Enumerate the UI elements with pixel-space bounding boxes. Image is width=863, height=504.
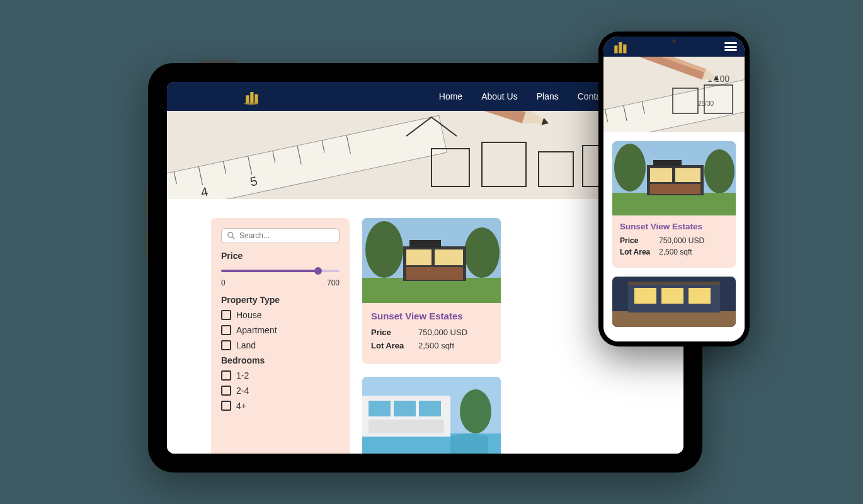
checkbox-icon bbox=[221, 370, 231, 381]
svg-point-24 bbox=[228, 232, 233, 238]
logo-icon bbox=[243, 88, 260, 105]
svg-rect-1 bbox=[250, 92, 253, 103]
type-land[interactable]: Land bbox=[221, 340, 340, 350]
listings-grid: Sunset View Estates Price 750,000 USD Lo… bbox=[362, 218, 639, 454]
listing-image bbox=[612, 277, 736, 327]
svg-rect-39 bbox=[394, 401, 416, 416]
listing-card[interactable]: Sunset View Estates Price 750,000 USD Lo… bbox=[612, 141, 736, 268]
listing-card[interactable] bbox=[612, 277, 736, 327]
svg-line-25 bbox=[232, 237, 235, 239]
checkbox-label: 1-2 bbox=[236, 370, 249, 381]
bedrooms-label: Bedrooms bbox=[221, 355, 340, 365]
svg-rect-27 bbox=[362, 278, 501, 303]
mobile-hero: 1 100 25/30 bbox=[603, 57, 745, 132]
svg-rect-31 bbox=[406, 249, 432, 265]
hamburger-menu-icon[interactable] bbox=[724, 42, 737, 51]
logo-icon bbox=[611, 38, 629, 55]
phone-camera bbox=[672, 39, 676, 43]
svg-rect-84 bbox=[675, 168, 700, 182]
listing-title: Sunset View Estates bbox=[620, 222, 728, 231]
svg-rect-85 bbox=[650, 184, 700, 194]
price-value: 750,000 USD bbox=[659, 236, 704, 245]
nav-about[interactable]: About Us bbox=[481, 91, 518, 101]
checkbox-label: House bbox=[236, 310, 261, 320]
svg-text:25/30: 25/30 bbox=[698, 100, 714, 107]
svg-rect-93 bbox=[628, 282, 720, 285]
svg-rect-63 bbox=[619, 42, 622, 54]
price-range-labels: 0 700 bbox=[221, 278, 340, 287]
svg-rect-34 bbox=[409, 240, 441, 248]
phone-device: 1 100 25/30 bbox=[598, 32, 750, 346]
svg-point-80 bbox=[614, 144, 646, 192]
checkbox-icon bbox=[221, 386, 231, 396]
price-key: Price bbox=[620, 236, 659, 245]
bedrooms-4plus[interactable]: 4+ bbox=[221, 401, 340, 411]
svg-rect-64 bbox=[623, 45, 626, 54]
svg-point-81 bbox=[704, 149, 734, 193]
svg-rect-90 bbox=[634, 288, 656, 304]
checkbox-label: Land bbox=[236, 340, 256, 350]
checkbox-icon bbox=[221, 401, 231, 411]
bedrooms-2-4[interactable]: 2-4 bbox=[221, 386, 340, 396]
svg-rect-91 bbox=[661, 288, 683, 304]
svg-rect-2 bbox=[254, 94, 258, 103]
svg-point-29 bbox=[464, 227, 500, 278]
svg-rect-88 bbox=[612, 311, 736, 327]
price-max: 700 bbox=[327, 278, 340, 287]
search-input[interactable] bbox=[239, 231, 334, 240]
price-value: 750,000 USD bbox=[418, 328, 467, 337]
area-value: 2,500 sqft bbox=[418, 341, 454, 350]
svg-rect-32 bbox=[435, 249, 463, 265]
site-logo[interactable] bbox=[243, 88, 260, 105]
svg-rect-0 bbox=[246, 95, 249, 103]
price-slider[interactable] bbox=[221, 266, 340, 276]
checkbox-icon bbox=[221, 325, 231, 335]
svg-rect-38 bbox=[369, 401, 391, 416]
checkbox-icon bbox=[221, 310, 231, 320]
main-nav: Home About Us Plans Contact bbox=[439, 91, 608, 101]
area-key: Lot Area bbox=[371, 341, 418, 350]
tablet-power-button bbox=[198, 60, 236, 63]
nav-home[interactable]: Home bbox=[439, 91, 462, 101]
svg-rect-79 bbox=[612, 193, 736, 215]
filter-panel: Price 0 700 Property Type House A bbox=[211, 218, 350, 454]
checkbox-icon bbox=[221, 340, 231, 350]
svg-rect-62 bbox=[614, 45, 617, 53]
svg-rect-33 bbox=[406, 267, 463, 280]
price-key: Price bbox=[371, 328, 418, 337]
price-min: 0 bbox=[221, 278, 226, 287]
search-box[interactable] bbox=[221, 228, 340, 243]
area-value: 2,500 sqft bbox=[659, 248, 692, 256]
type-apartment[interactable]: Apartment bbox=[221, 325, 340, 335]
svg-point-28 bbox=[365, 221, 403, 278]
type-house[interactable]: House bbox=[221, 310, 340, 320]
property-type-label: Property Type bbox=[221, 295, 340, 305]
svg-rect-83 bbox=[650, 168, 672, 182]
mobile-logo[interactable] bbox=[611, 38, 629, 55]
checkbox-label: 4+ bbox=[236, 401, 246, 411]
svg-point-3 bbox=[244, 103, 259, 105]
area-key: Lot Area bbox=[620, 248, 659, 256]
bedrooms-1-2[interactable]: 1-2 bbox=[221, 370, 340, 381]
svg-rect-40 bbox=[419, 401, 441, 416]
svg-rect-92 bbox=[689, 288, 711, 304]
listing-image bbox=[362, 218, 501, 303]
checkbox-label: Apartment bbox=[236, 325, 277, 335]
checkbox-label: 2-4 bbox=[236, 386, 249, 396]
price-label: Price bbox=[221, 251, 340, 261]
listing-image bbox=[362, 377, 501, 454]
listing-card[interactable]: Downtown Loft Living Price 1,200,000 USD… bbox=[362, 377, 501, 454]
slider-thumb[interactable] bbox=[314, 267, 322, 275]
listing-title: Sunset View Estates bbox=[371, 311, 492, 321]
svg-point-42 bbox=[460, 389, 491, 433]
svg-rect-86 bbox=[653, 160, 682, 166]
listing-card[interactable]: Sunset View Estates Price 750,000 USD Lo… bbox=[362, 218, 501, 364]
tablet-volume-up bbox=[146, 189, 148, 220]
mobile-listings: Sunset View Estates Price 750,000 USD Lo… bbox=[603, 132, 745, 341]
listing-image bbox=[612, 141, 736, 215]
search-icon bbox=[227, 231, 236, 240]
tablet-volume-down bbox=[146, 227, 148, 258]
phone-screen: 1 100 25/30 bbox=[603, 37, 745, 341]
svg-rect-41 bbox=[369, 420, 444, 433]
nav-plans[interactable]: Plans bbox=[537, 91, 559, 101]
